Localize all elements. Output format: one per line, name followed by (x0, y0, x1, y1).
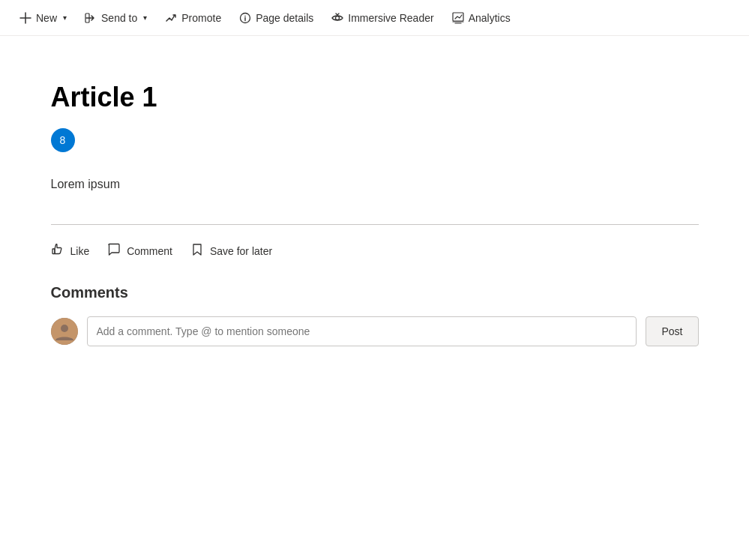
main-content: Article 1 8 Lorem ipsum Like Comment (15, 36, 735, 376)
send-to-icon (85, 12, 97, 24)
plus-icon (19, 12, 31, 24)
promote-icon (165, 12, 177, 24)
immersive-reader-button[interactable]: Immersive Reader (324, 7, 441, 28)
page-details-icon (239, 12, 251, 24)
author-avatar: 8 (51, 128, 75, 152)
action-bar: Like Comment Save for later (51, 240, 699, 263)
like-icon (51, 243, 64, 260)
author-initial: 8 (60, 134, 66, 146)
comments-section: Comments Post (51, 284, 699, 346)
analytics-button[interactable]: Analytics (445, 7, 518, 28)
immersive-reader-label: Immersive Reader (348, 12, 433, 24)
analytics-label: Analytics (469, 12, 511, 24)
commenter-avatar-image (51, 318, 78, 345)
comment-input-row: Post (51, 316, 699, 346)
svg-rect-5 (52, 249, 55, 254)
page-details-button[interactable]: Page details (232, 7, 321, 28)
section-divider (51, 224, 699, 225)
send-to-label: Send to (101, 12, 137, 24)
comment-icon (107, 243, 121, 260)
immersive-reader-icon (331, 12, 343, 24)
svg-point-7 (61, 325, 68, 332)
svg-point-3 (336, 16, 340, 19)
new-button[interactable]: New ▾ (12, 7, 74, 28)
save-for-later-button[interactable]: Save for later (190, 240, 272, 263)
article-body: Lorem ipsum (51, 175, 699, 194)
page-details-label: Page details (256, 12, 313, 24)
new-label: New (36, 12, 57, 24)
post-button[interactable]: Post (646, 316, 698, 346)
commenter-avatar (51, 318, 78, 345)
like-label: Like (70, 245, 90, 257)
send-to-chevron-icon: ▾ (143, 13, 147, 22)
comment-label: Comment (127, 245, 172, 257)
bookmark-icon (190, 243, 204, 260)
article-title: Article 1 (51, 81, 699, 113)
save-for-later-label: Save for later (210, 245, 272, 257)
svg-point-2 (244, 15, 246, 16)
send-to-button[interactable]: Send to ▾ (77, 7, 154, 28)
promote-label: Promote (181, 12, 221, 24)
post-label: Post (661, 325, 682, 337)
comment-button[interactable]: Comment (107, 240, 172, 263)
comment-input[interactable] (87, 316, 637, 346)
comments-heading: Comments (51, 284, 699, 301)
toolbar: New ▾ Send to ▾ Promote (0, 0, 749, 36)
analytics-icon (452, 12, 464, 24)
new-chevron-icon: ▾ (63, 13, 67, 22)
promote-button[interactable]: Promote (157, 7, 229, 28)
like-button[interactable]: Like (51, 240, 90, 263)
